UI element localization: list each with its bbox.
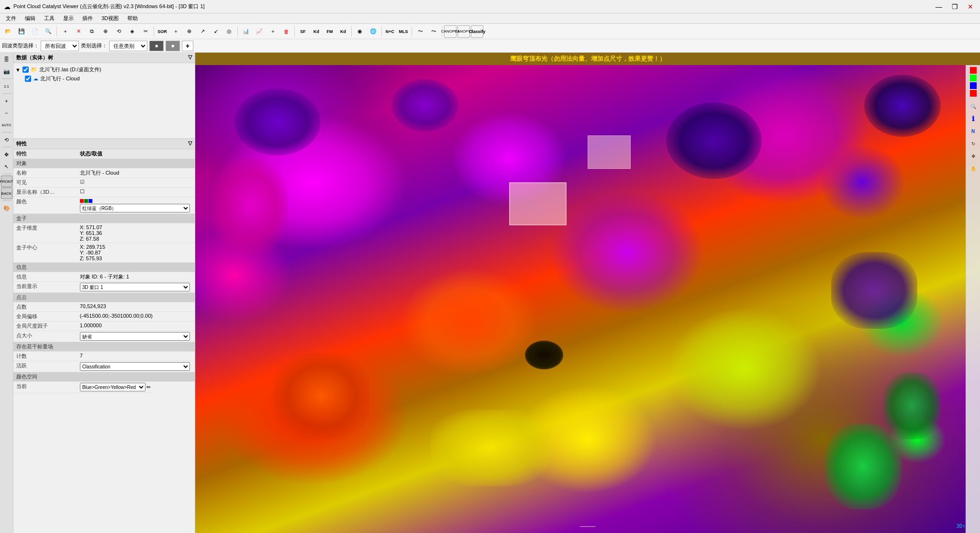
menu-edit[interactable]: 编辑 <box>21 14 39 23</box>
color-btn1[interactable]: ■ <box>149 41 164 51</box>
tb-sphere[interactable]: ◉ <box>354 25 366 38</box>
menu-help[interactable]: 帮助 <box>123 14 142 23</box>
li-minus[interactable]: − <box>1 107 12 119</box>
li-front[interactable]: FRONT <box>1 176 12 187</box>
tb-arrow2[interactable]: ↙ <box>210 25 222 38</box>
rt-zoom[interactable]: 🔍 <box>968 100 979 112</box>
return-type-select[interactable]: 所有回波 首次回波 末次回波 <box>41 41 79 51</box>
viewport-canvas[interactable]: 3D↑ ────── <box>195 65 980 533</box>
colorspace-edit-icon[interactable]: ✏ <box>146 384 151 390</box>
menu-plugins[interactable]: 插件 <box>78 14 97 23</box>
prop-row-scale: 全局尺度因子 1.000000 <box>13 322 195 331</box>
tb-chart[interactable]: 📊 <box>240 25 252 38</box>
rt-hand[interactable]: ✋ <box>968 163 979 174</box>
rt-move2[interactable]: ✥ <box>968 150 979 162</box>
tree-child-item[interactable]: ☁ 北川飞行 - Cloud <box>25 74 193 83</box>
prop-row-name: 名称 北川飞行 - Cloud <box>13 168 195 178</box>
tb-merge[interactable]: ⊕ <box>99 25 111 38</box>
tb-scale[interactable]: ◈ <box>126 25 138 38</box>
li-move[interactable]: ✥ <box>1 149 12 160</box>
tb-delete[interactable]: 🗑 <box>280 25 292 38</box>
menu-display[interactable]: 显示 <box>59 14 78 23</box>
tree-child-checkbox[interactable] <box>25 76 31 82</box>
tree-children: ☁ 北川飞行 - Cloud <box>15 74 193 83</box>
tb-save[interactable]: 💾 <box>15 25 28 38</box>
li-1a[interactable]: 1:1 <box>1 80 12 92</box>
rt-color4[interactable] <box>970 90 977 97</box>
rt-color1[interactable] <box>970 67 977 74</box>
tb-classify[interactable]: Classify <box>471 25 483 38</box>
close-button[interactable]: ✕ <box>965 2 976 11</box>
color-btn2[interactable]: ■ <box>166 41 180 51</box>
li-camera[interactable]: 📷 <box>1 66 12 77</box>
tb-nc[interactable]: N+C <box>384 25 396 38</box>
tb-kd[interactable]: Kd <box>310 25 323 38</box>
tb-wave2[interactable]: 〜 <box>427 25 440 38</box>
tb-arrow[interactable]: ↗ <box>196 25 209 38</box>
tb-open[interactable]: 📂 <box>2 25 14 38</box>
menu-file[interactable]: 文件 <box>2 14 20 23</box>
tb-sf[interactable]: SF <box>297 25 309 38</box>
prop-row-count: 计数 7 <box>13 352 195 361</box>
tb-rotate[interactable]: ⟲ <box>112 25 125 38</box>
sep4 <box>294 26 295 37</box>
tree-root-item[interactable]: ▼ 📁 北川飞行.las (D:/桌面文件) <box>15 65 193 74</box>
rt-n[interactable]: N <box>968 125 979 137</box>
li-plus[interactable]: + <box>1 95 12 107</box>
tb-circle[interactable]: ◎ <box>223 25 235 38</box>
prop-row-bbox-center: 盒子中心 X: 289.715 Y: -90.87 Z: 575.93 <box>13 243 195 263</box>
rt-rotate[interactable]: ↻ <box>968 138 979 149</box>
active-scalar-select[interactable]: Classification <box>80 362 190 371</box>
tb-kd2[interactable]: Kd <box>337 25 349 38</box>
menu-3dview[interactable]: 3D视图 <box>98 14 122 23</box>
rt-color3[interactable] <box>970 82 977 89</box>
prop-key-pointsize: 点大小 <box>13 331 77 342</box>
tb-plus2[interactable]: ＋ <box>169 25 182 38</box>
class-select[interactable]: 任意类别 未分类 地面 植被 建筑 <box>109 41 147 51</box>
li-sep1 <box>2 78 11 79</box>
props-collapse[interactable]: ▽ <box>188 140 192 147</box>
add-btn[interactable]: + <box>182 41 193 51</box>
tb-canopy2[interactable]: CANOPY2 <box>457 25 470 38</box>
li-auto[interactable]: AUTO <box>1 119 12 131</box>
li-colors[interactable]: 🎨 <box>1 202 12 214</box>
rt-color2[interactable] <box>970 75 977 81</box>
data-tree-content: ▼ 📁 北川飞行.las (D:/桌面文件) ☁ 北川飞行 - Cloud <box>13 63 195 85</box>
menu-tools[interactable]: 工具 <box>40 14 58 23</box>
restore-button[interactable]: ❐ <box>949 2 961 11</box>
tb-globe[interactable]: 🌐 <box>367 25 379 38</box>
rt-info[interactable]: ℹ <box>968 113 979 124</box>
tb-search[interactable]: 🔍 <box>42 25 55 38</box>
display-select[interactable]: 3D 窗口 1 <box>80 283 190 291</box>
prop-key-offset: 全局偏移 <box>13 312 77 322</box>
colorspace-select[interactable]: Blue>Green>Yellow>Red <box>80 383 145 391</box>
props-col-value: 状态/取值 <box>77 149 195 159</box>
tree-root-checkbox[interactable] <box>22 67 29 73</box>
data-tree-collapse[interactable]: ▽ <box>188 54 192 61</box>
prop-val-bbox-center: X: 289.715 Y: -90.87 Z: 575.93 <box>77 243 195 263</box>
tb-add3[interactable]: ＋ <box>267 25 279 38</box>
tb-fm[interactable]: FM <box>323 25 336 38</box>
tb-cut[interactable]: ✂ <box>139 25 152 38</box>
tb-graph[interactable]: 📈 <box>253 25 266 38</box>
tb-new[interactable]: 📄 <box>29 25 41 38</box>
tb-add[interactable]: ＋ <box>59 25 71 38</box>
color-swatch-b <box>89 199 92 203</box>
li-back[interactable]: BACK <box>1 188 12 199</box>
minimize-button[interactable]: — <box>933 2 945 11</box>
prop-row-offset: 全局偏移 (-451500.00;-3501000.00;0.00) <box>13 312 195 322</box>
tb-sor[interactable]: SOR <box>156 25 168 38</box>
li-rotate2[interactable]: ⟲ <box>1 134 12 145</box>
left-panel: 数据（实体）树 ▽ ▼ 📁 北川飞行.las (D:/桌面文件) ☁ 北川飞行 … <box>13 53 195 533</box>
tb-mls[interactable]: MLS <box>397 25 410 38</box>
pointsize-select[interactable]: 缺省 <box>80 332 190 341</box>
tb-clone[interactable]: ⧉ <box>86 25 98 38</box>
color-select[interactable]: 红绿蓝（RGB） <box>80 204 190 212</box>
tb-remove[interactable]: ✕ <box>72 25 85 38</box>
li-pointer[interactable]: ↖ <box>1 161 12 172</box>
tb-wave[interactable]: 〜 <box>414 25 426 38</box>
prop-val-info: 对象 ID: 6 - 子对象: 1 <box>77 272 195 282</box>
tb-cross[interactable]: ⊕ <box>183 25 195 38</box>
li-database[interactable]: 🗄 <box>1 54 12 65</box>
section-object: 对象 <box>13 159 195 168</box>
